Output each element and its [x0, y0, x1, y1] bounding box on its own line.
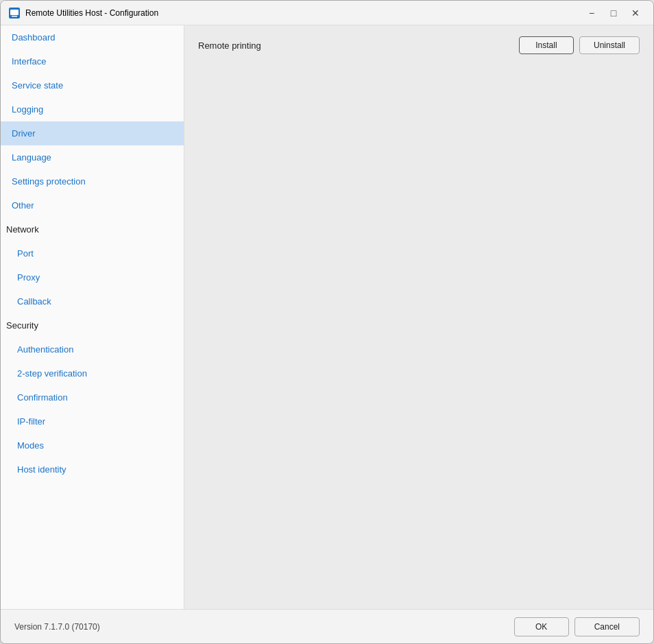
sidebar-item-other[interactable]: Other	[1, 193, 184, 217]
sidebar-item-ip-filter[interactable]: IP-filter	[1, 409, 184, 433]
sidebar-item-authentication[interactable]: Authentication	[1, 337, 184, 361]
action-buttons: Install Uninstall	[519, 36, 640, 54]
minimize-button[interactable]: −	[582, 6, 601, 20]
sidebar-item-interface[interactable]: Interface	[1, 49, 184, 73]
sidebar-item-2step[interactable]: 2-step verification	[1, 361, 184, 385]
install-button[interactable]: Install	[519, 36, 574, 54]
sidebar: Dashboard Interface Service state Loggin…	[1, 25, 184, 609]
window-title: Remote Utilities Host - Configuration	[25, 8, 582, 18]
sidebar-item-modes[interactable]: Modes	[1, 433, 184, 457]
footer-buttons: OK Cancel	[514, 617, 640, 636]
sidebar-item-service-state[interactable]: Service state	[1, 73, 184, 97]
close-button[interactable]: ✕	[626, 6, 645, 20]
sidebar-item-callback[interactable]: Callback	[1, 289, 184, 313]
cancel-button[interactable]: Cancel	[574, 617, 640, 636]
main-panel: Remote printing Install Uninstall	[184, 25, 653, 609]
version-label: Version 7.1.7.0 (70170)	[14, 622, 514, 632]
sidebar-group-network: Network	[1, 217, 184, 241]
sidebar-item-port[interactable]: Port	[1, 241, 184, 265]
section-title: Remote printing	[198, 40, 261, 51]
main-header: Remote printing Install Uninstall	[198, 36, 640, 54]
svg-rect-2	[12, 16, 17, 17]
ok-button[interactable]: OK	[514, 617, 569, 636]
uninstall-button[interactable]: Uninstall	[579, 36, 640, 54]
sidebar-item-proxy[interactable]: Proxy	[1, 265, 184, 289]
footer: Version 7.1.7.0 (70170) OK Cancel	[1, 609, 653, 643]
window-controls: − □ ✕	[582, 6, 645, 20]
svg-rect-1	[10, 10, 19, 15]
sidebar-scroll: Dashboard Interface Service state Loggin…	[1, 25, 184, 609]
sidebar-item-logging[interactable]: Logging	[1, 97, 184, 121]
sidebar-item-host-identity[interactable]: Host identity	[1, 457, 184, 481]
app-icon	[9, 8, 20, 19]
main-window: Remote Utilities Host - Configuration − …	[0, 0, 654, 644]
content-area: Dashboard Interface Service state Loggin…	[1, 25, 653, 609]
title-bar: Remote Utilities Host - Configuration − …	[1, 1, 653, 25]
maximize-button[interactable]: □	[604, 6, 623, 20]
sidebar-item-confirmation[interactable]: Confirmation	[1, 385, 184, 409]
sidebar-item-settings-protection[interactable]: Settings protection	[1, 169, 184, 193]
sidebar-item-dashboard[interactable]: Dashboard	[1, 25, 184, 49]
sidebar-item-driver[interactable]: Driver	[1, 121, 184, 145]
sidebar-item-language[interactable]: Language	[1, 145, 184, 169]
sidebar-group-security: Security	[1, 313, 184, 337]
main-content-area	[198, 65, 640, 598]
